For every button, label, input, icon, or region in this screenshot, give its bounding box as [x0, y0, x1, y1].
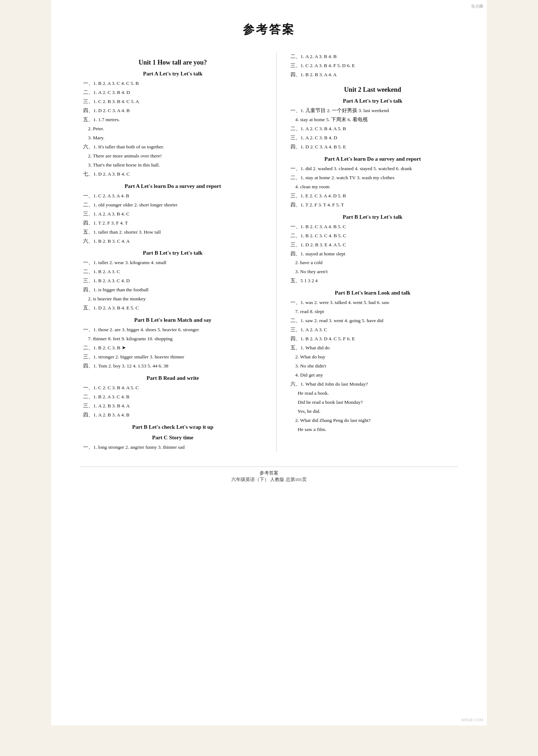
partB-try-talk-answers: 一、1. taller 2. wear 3. kilograms 4. smal…: [80, 258, 265, 313]
watermark-bottom: MXQE.COM: [461, 718, 483, 722]
u2-partA-try-talk-answers: 一、1. 儿童节目 2. 一个好男孩 3. last weekend 4. st…: [288, 106, 458, 152]
u2-partB-try-talk-title: Part B Let's try Let's talk: [288, 214, 458, 220]
unit2-title: Unit 2 Last weekend: [288, 86, 458, 94]
footer-line2: 六年级英语（下） 人教版 总第101页: [80, 476, 458, 483]
partA-try-talk-answers: 一、1. B 2. A 3. C 4. C 5. B 二、1. A 2. C 3…: [80, 79, 265, 179]
page: 告示圈 参考答案 Unit 1 How tall are you? Part A…: [51, 0, 487, 726]
content-area: Unit 1 How tall are you? Part A Let's tr…: [80, 52, 458, 452]
partC-story-answers: 一、1. long stronger 2. angrier funny 3. t…: [80, 443, 265, 452]
partB-read-write-answers: 一、1. C 2. C 3. B 4. A 5. C 二、1. B 2. A 3…: [80, 383, 265, 420]
unit1-title: Unit 1 How tall are you?: [80, 59, 265, 66]
watermark-top: 告示圈: [471, 4, 483, 9]
u2-partA-try-talk-title: Part A Let's try Let's talk: [288, 98, 458, 104]
page-title: 参考答案: [80, 22, 458, 38]
left-column: Unit 1 How tall are you? Part A Let's tr…: [80, 52, 277, 452]
partA-try-talk-title: Part A Let's try Let's talk: [80, 71, 265, 77]
u2-partA-learn-survey-title: Part A Let's learn Do a survey and repor…: [288, 156, 458, 162]
partB-check-wrap-title: Part B Let's check Let's wrap it up: [80, 424, 265, 430]
partC-story-title: Part C Story time: [80, 435, 265, 441]
footer: 参考答案 六年级英语（下） 人教版 总第101页: [80, 467, 458, 483]
partB-learn-match-title: Part B Let's learn Match and say: [80, 317, 265, 323]
u2-partB-learn-look-title: Part B Let's learn Look and talk: [288, 290, 458, 296]
u2-partB-learn-look-answers: 一、1. was 2. were 3. talked 4. went 5. ha…: [288, 298, 458, 434]
partA-learn-survey-title: Part A Let's learn Do a survey and repor…: [80, 183, 265, 189]
partA-learn-survey-answers: 一、1. C 2. A 3. A 4. B 二、1. old younger o…: [80, 192, 265, 246]
footer-line1: 参考答案: [80, 470, 458, 476]
right-column: 二、1. A 2. A 3. B 4. B 三、1. C 2. A 3. B 4…: [277, 52, 458, 434]
u2-partA-learn-survey-answers: 一、1. did 2. washed 3. cleaned 4. stayed …: [288, 164, 458, 210]
partB-read-write-title: Part B Read and write: [80, 375, 265, 381]
partB-learn-match-answers: 一、1. those 2. are 3. bigger 4. shoes 5. …: [80, 325, 265, 371]
partB-try-talk-title: Part B Let's try Let's talk: [80, 250, 265, 256]
u2-partB-try-talk-answers: 一、1. B 2. C 3. A 4. B 5. C 二、1. B 2. C 3…: [288, 222, 458, 286]
right-top-answers: 二、1. A 2. A 3. B 4. B 三、1. C 2. A 3. B 4…: [288, 52, 458, 79]
